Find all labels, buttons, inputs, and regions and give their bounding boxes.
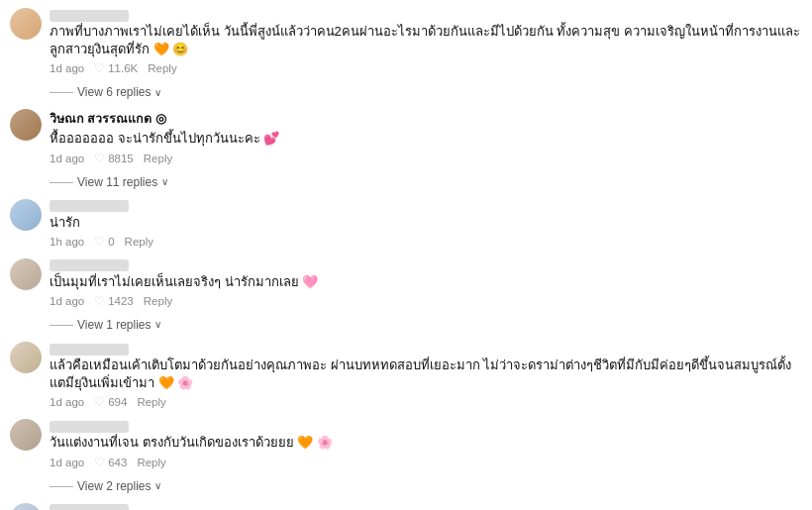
comment-body: บางภาพเค้าไม่เคยลงลือ ไม่ได้แปลว่ามันไม่… [50, 503, 802, 511]
comment-text: เป็นมุมที่เราไม่เคยเห็นเลยจริงๆ น่ารักมา… [50, 273, 802, 291]
reply-button[interactable]: Reply [144, 153, 172, 164]
comments-container: ภาพที่บางภาพเราไม่เคยได้เห็น วันนี้พี่สู… [0, 0, 812, 510]
comment-likes[interactable]: ♡0 [94, 235, 114, 249]
comment-time: 1d ago [50, 396, 84, 408]
heart-icon: ♡ [94, 294, 105, 308]
comment-likes[interactable]: ♡8815 [94, 152, 134, 165]
heart-icon: ♡ [94, 152, 105, 165]
comment-item: เป็นมุมที่เราไม่เคยเห็นเลยจริงๆ น่ารักมา… [10, 258, 802, 308]
reply-button[interactable]: Reply [125, 236, 153, 248]
likes-count: 694 [108, 396, 127, 408]
chevron-down-icon: ∨ [154, 480, 161, 491]
dash-icon: —— [50, 318, 73, 332]
username: วิษณก สวรรณแกด ◎ [50, 109, 802, 129]
username [50, 8, 802, 22]
comment-body: เป็นมุมที่เราไม่เคยเห็นเลยจริงๆ น่ารักมา… [50, 258, 802, 308]
comment-body: วันแต่งงานที่เจน ตรงกับวันเกิดของเราด้วย… [50, 419, 802, 468]
comment-item: บางภาพเค้าไม่เคยลงลือ ไม่ได้แปลว่ามันไม่… [10, 503, 802, 511]
username [50, 419, 802, 433]
comment-time: 1h ago [50, 236, 84, 248]
comment-body: น่ารัก1h ago♡0Reply [50, 199, 802, 249]
dash-icon: —— [50, 479, 73, 493]
comment-item: วิษณก สวรรณแกด ◎หื้อออออออ จะน่ารักขึ้นไ… [10, 109, 802, 164]
dash-icon: —— [50, 85, 73, 99]
comment-meta: 1d ago♡1423Reply [50, 294, 802, 308]
view-replies[interactable]: ——View 2 replies∨ [50, 479, 802, 493]
view-replies[interactable]: ——View 11 replies∨ [50, 175, 802, 189]
username [50, 258, 802, 272]
comment-likes[interactable]: ♡1423 [94, 294, 134, 308]
avatar [10, 258, 42, 290]
comment-meta: 1d ago♡643Reply [50, 456, 802, 469]
comment-time: 1d ago [50, 62, 84, 74]
comment-body: แล้วคือเหมือนเค้าเติบโตมาด้วยกันอย่างคุณ… [50, 342, 802, 409]
likes-count: 8815 [108, 153, 134, 164]
likes-count: 0 [108, 236, 114, 248]
comment-text: ภาพที่บางภาพเราไม่เคยได้เห็น วันนี้พี่สู… [50, 23, 802, 58]
comment-text: แล้วคือเหมือนเค้าเติบโตมาด้วยกันอย่างคุณ… [50, 357, 802, 392]
comment-item: ภาพที่บางภาพเราไม่เคยได้เห็น วันนี้พี่สู… [10, 8, 802, 75]
view-replies-label: View 2 replies [77, 479, 151, 493]
likes-count: 11.6K [108, 62, 138, 74]
username [50, 199, 802, 213]
comment-text: น่ารัก [50, 214, 802, 232]
reply-button[interactable]: Reply [148, 62, 176, 74]
heart-icon: ♡ [94, 456, 105, 469]
avatar [10, 342, 42, 373]
username [50, 342, 802, 356]
comment-item: วันแต่งงานที่เจน ตรงกับวันเกิดของเราด้วย… [10, 419, 802, 468]
reply-button[interactable]: Reply [137, 396, 165, 408]
comment-meta: 1d ago♡11.6KReply [50, 61, 802, 75]
dash-icon: —— [50, 175, 73, 189]
view-replies-label: View 6 replies [77, 85, 151, 99]
avatar [10, 199, 42, 231]
comment-meta: 1d ago♡694Reply [50, 395, 802, 409]
likes-count: 643 [108, 457, 127, 468]
comment-body: วิษณก สวรรณแกด ◎หื้อออออออ จะน่ารักขึ้นไ… [50, 109, 802, 164]
comment-likes[interactable]: ♡643 [94, 456, 127, 469]
heart-icon: ♡ [94, 235, 105, 249]
avatar [10, 503, 42, 511]
avatar [10, 109, 42, 141]
heart-icon: ♡ [94, 61, 105, 75]
comment-body: ภาพที่บางภาพเราไม่เคยได้เห็น วันนี้พี่สู… [50, 8, 802, 75]
view-replies-label: View 11 replies [77, 175, 157, 189]
reply-button[interactable]: Reply [144, 295, 172, 307]
chevron-down-icon: ∨ [154, 87, 161, 98]
view-replies[interactable]: ——View 6 replies∨ [50, 85, 802, 99]
comment-text: หื้อออออออ จะน่ารักขึ้นไปทุกวันนะคะ 💕 [50, 130, 802, 148]
avatar [10, 419, 42, 451]
heart-icon: ♡ [94, 395, 105, 409]
avatar [10, 8, 42, 40]
likes-count: 1423 [108, 295, 134, 307]
comment-meta: 1d ago♡8815Reply [50, 152, 802, 165]
comment-item: แล้วคือเหมือนเค้าเติบโตมาด้วยกันอย่างคุณ… [10, 342, 802, 409]
comment-time: 1d ago [50, 153, 84, 164]
comment-time: 1d ago [50, 295, 84, 307]
view-replies[interactable]: ——View 1 replies∨ [50, 318, 802, 332]
comment-likes[interactable]: ♡694 [94, 395, 127, 409]
comment-item: น่ารัก1h ago♡0Reply [10, 199, 802, 249]
chevron-down-icon: ∨ [161, 176, 168, 187]
comment-time: 1d ago [50, 457, 84, 468]
reply-button[interactable]: Reply [137, 457, 165, 468]
comment-text: วันแต่งงานที่เจน ตรงกับวันเกิดของเราด้วย… [50, 434, 802, 452]
chevron-down-icon: ∨ [154, 319, 161, 330]
comment-likes[interactable]: ♡11.6K [94, 61, 138, 75]
username [50, 503, 802, 511]
view-replies-label: View 1 replies [77, 318, 151, 332]
comment-meta: 1h ago♡0Reply [50, 235, 802, 249]
